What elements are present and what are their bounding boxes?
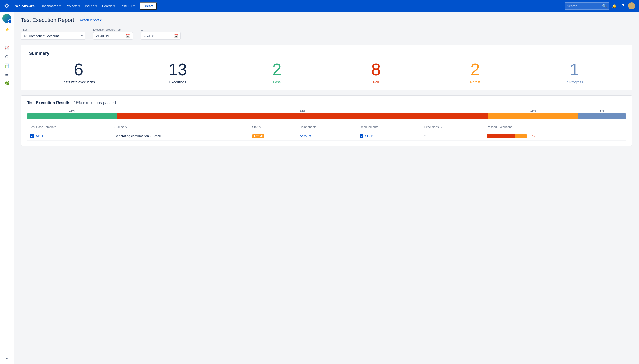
sort-passed-icon[interactable]: ↑↓ bbox=[513, 126, 515, 128]
nav-projects[interactable]: Projects ▾ bbox=[64, 3, 82, 9]
settings-icon: ⚙ bbox=[24, 34, 27, 38]
cell-component: Account bbox=[297, 131, 357, 141]
jira-logo-icon bbox=[4, 3, 10, 9]
sidebar-item-components[interactable]: ⬡ bbox=[3, 52, 11, 60]
hexagon-icon: ⬡ bbox=[5, 54, 9, 59]
nav-boards[interactable]: Boards ▾ bbox=[100, 3, 117, 9]
date-to-group: to 25/Jul/19 📅 bbox=[141, 28, 181, 40]
nav-dashboards[interactable]: Dashboards ▾ bbox=[39, 3, 63, 9]
date-to-input[interactable]: 25/Jul/19 📅 bbox=[141, 32, 181, 40]
stat-pass-label: Pass bbox=[273, 80, 281, 84]
chevron-down-icon: ▾ bbox=[100, 18, 102, 22]
table-header-row: Test Case Template Summary Status Compon… bbox=[27, 124, 626, 131]
date-from-group: Execution created from 21/Jul/19 📅 bbox=[93, 28, 133, 40]
col-status: Status bbox=[249, 124, 297, 131]
bell-icon: 🔔 bbox=[612, 4, 616, 8]
create-button[interactable]: Create bbox=[140, 2, 157, 10]
main-layout: ⚡ 🖥 📈 ⬡ 📊 ☰ 🌿 » Test Execution Report bbox=[0, 12, 639, 364]
logo[interactable]: Jira Software bbox=[4, 3, 35, 9]
monitor-icon: 🖥 bbox=[5, 36, 9, 41]
summary-card: Summary 6 Tests with executions 13 Execu… bbox=[21, 44, 632, 90]
chevron-down-icon: ▾ bbox=[78, 4, 80, 8]
search-icon: 🔍 bbox=[602, 4, 607, 8]
col-summary: Summary bbox=[111, 124, 249, 131]
calendar-icon: 📅 bbox=[126, 34, 130, 38]
stat-inprogress: 1 In Progress bbox=[525, 61, 624, 84]
requirement-checkbox: ✓ bbox=[360, 134, 363, 138]
bar-label-row: 15%62%15%8% bbox=[27, 109, 626, 113]
bar-chart-icon: 📊 bbox=[5, 63, 10, 68]
passed-pct-label: 0% bbox=[531, 134, 535, 138]
sidebar-item-list[interactable]: ☰ bbox=[3, 70, 11, 78]
col-requirements: Requirements bbox=[357, 124, 421, 131]
notifications-button[interactable]: 🔔 bbox=[610, 2, 618, 10]
chart-line-icon: 📈 bbox=[5, 45, 10, 50]
sort-executions-icon[interactable]: ↑↓ bbox=[440, 126, 442, 128]
switch-report-button[interactable]: Switch report ▾ bbox=[77, 17, 103, 23]
sidebar-item-reports[interactable]: 📈 bbox=[3, 44, 11, 52]
filter-group: Filter ⚙ Component: Account ▾ bbox=[21, 28, 85, 40]
summary-title: Summary bbox=[29, 51, 624, 56]
stat-pass: 2 Pass bbox=[227, 61, 327, 84]
issue-icon: ■ bbox=[30, 134, 34, 138]
stat-inprogress-label: In Progress bbox=[565, 80, 583, 84]
project-avatar[interactable] bbox=[3, 14, 12, 23]
col-test-case-template: Test Case Template bbox=[27, 124, 111, 131]
list-icon: ☰ bbox=[5, 72, 9, 77]
main-content: Test Execution Report Switch report ▾ Fi… bbox=[14, 12, 639, 364]
stat-executions-label: Executions bbox=[169, 80, 186, 84]
col-executions: Executions ↑↓ bbox=[421, 124, 484, 131]
col-components: Components bbox=[297, 124, 357, 131]
cell-requirement: ✓ SP-11 bbox=[357, 131, 421, 141]
tree-icon: 🌿 bbox=[5, 81, 10, 86]
stat-executions: 13 Executions bbox=[128, 61, 227, 84]
stat-pass-number: 2 bbox=[272, 61, 282, 78]
date-to-value: 25/Jul/19 bbox=[144, 34, 157, 38]
filter-value: Component: Account bbox=[29, 34, 59, 38]
search-input[interactable] bbox=[567, 4, 600, 8]
question-icon: ? bbox=[622, 4, 624, 8]
sidebar-item-bar-chart[interactable]: 📊 bbox=[3, 62, 11, 70]
stat-tests-number: 6 bbox=[74, 61, 83, 78]
stat-retest: 2 Retest bbox=[425, 61, 525, 84]
nav-issues[interactable]: Issues ▾ bbox=[83, 3, 99, 9]
summary-stats: 6 Tests with executions 13 Executions 2 … bbox=[29, 61, 624, 84]
user-avatar[interactable] bbox=[628, 2, 635, 10]
help-button[interactable]: ? bbox=[619, 2, 627, 10]
table-row: ■ SP-41 Generating confirmation - E-mail… bbox=[27, 131, 626, 141]
filter-row: Filter ⚙ Component: Account ▾ Execution … bbox=[21, 28, 632, 40]
col-passed-executions: Passed Executions ↑↓ bbox=[484, 124, 626, 131]
sidebar-item-tree[interactable]: 🌿 bbox=[3, 79, 11, 87]
sidebar-collapse-button[interactable]: » bbox=[3, 354, 11, 362]
page-header: Test Execution Report Switch report ▾ bbox=[21, 17, 632, 23]
date-from-value: 21/Jul/19 bbox=[96, 34, 109, 38]
cell-status: ACTIVE bbox=[249, 131, 297, 141]
date-from-input[interactable]: 21/Jul/19 📅 bbox=[93, 32, 133, 40]
stat-tests: 6 Tests with executions bbox=[29, 61, 128, 84]
sidebar: ⚡ 🖥 📈 ⬡ 📊 ☰ 🌿 » bbox=[0, 12, 14, 364]
chevron-down-icon: ▾ bbox=[59, 4, 61, 8]
results-table: Test Case Template Summary Status Compon… bbox=[27, 124, 626, 141]
filter-select[interactable]: ⚙ Component: Account ▾ bbox=[21, 32, 85, 40]
chevron-down-icon: ▾ bbox=[133, 4, 135, 8]
progress-bar bbox=[27, 114, 626, 120]
date-to-label: to bbox=[141, 28, 181, 31]
progress-bar-container: 15%62%15%8% bbox=[27, 109, 626, 120]
search-box[interactable]: 🔍 bbox=[565, 2, 609, 10]
requirement-link[interactable]: SP-11 bbox=[365, 134, 374, 138]
sidebar-item-monitor[interactable]: 🖥 bbox=[3, 35, 11, 42]
nav-testflo[interactable]: TestFLO ▾ bbox=[118, 3, 137, 9]
test-case-link[interactable]: SP-41 bbox=[36, 134, 45, 138]
stat-retest-number: 2 bbox=[470, 61, 480, 78]
cell-passed-executions: 0% bbox=[484, 131, 626, 141]
stat-executions-number: 13 bbox=[168, 61, 187, 78]
stat-fail: 8 Fail bbox=[326, 61, 425, 84]
date-from-label: Execution created from bbox=[93, 28, 133, 31]
component-link[interactable]: Account bbox=[300, 134, 311, 138]
chevron-down-icon: ▾ bbox=[113, 4, 115, 8]
page-title: Test Execution Report bbox=[21, 17, 74, 23]
table-body: ■ SP-41 Generating confirmation - E-mail… bbox=[27, 131, 626, 141]
sidebar-item-activity[interactable]: ⚡ bbox=[3, 26, 11, 34]
stat-fail-number: 8 bbox=[371, 61, 381, 78]
filter-label: Filter bbox=[21, 28, 85, 31]
